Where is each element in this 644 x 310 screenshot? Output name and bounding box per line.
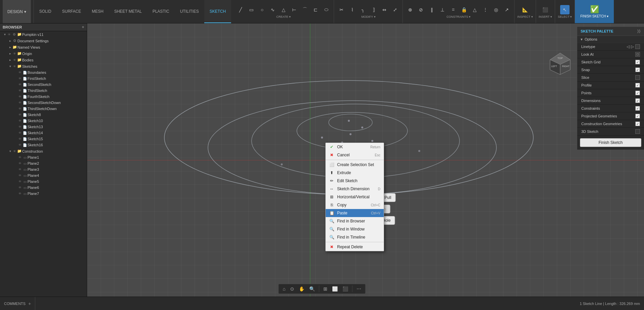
palette-checkbox-3[interactable]	[635, 67, 640, 72]
tree-item-construction[interactable]: ▾👁📁Construction	[0, 148, 87, 154]
offset-tool[interactable]: ⟧	[369, 5, 378, 14]
fillet-tool[interactable]: ╮	[358, 5, 368, 14]
tree-item-fourthsketch[interactable]: 👁📄FourthSketch	[0, 94, 87, 100]
tree-item-plane2[interactable]: 👁▭Plane2	[0, 160, 87, 166]
tree-eye-plane5[interactable]: 👁	[17, 180, 22, 183]
tree-eye-plane1[interactable]: 👁	[17, 156, 22, 159]
tree-item-firstsketch[interactable]: 👁📄FirstSketch	[0, 75, 87, 82]
tree-item-sketch15[interactable]: 👁📄Sketch15	[0, 136, 87, 142]
tree-item-sketch10[interactable]: 👁📄Sketch10	[0, 118, 87, 124]
midpoint-tool[interactable]: ⋮	[481, 5, 490, 14]
tree-item-sketch14[interactable]: 👁📄Sketch14	[0, 130, 87, 136]
ctx-find-window[interactable]: 🔍 Find in Window	[326, 225, 384, 233]
tab-sheet-metal[interactable]: SHEET METAL	[109, 0, 147, 23]
design-menu[interactable]: DESIGN ▾	[0, 0, 34, 23]
palette-checkbox-6[interactable]	[635, 91, 640, 95]
linetype-right[interactable]: ▷	[631, 44, 634, 49]
palette-checkbox-10[interactable]	[635, 121, 640, 126]
tree-eye-construction[interactable]: 👁	[12, 150, 17, 153]
tree-eye-plane4[interactable]: 👁	[17, 174, 22, 177]
tangent-tool[interactable]: △	[470, 5, 479, 14]
design-button[interactable]: DESIGN ▾	[3, 0, 31, 23]
tree-item-root[interactable]: ▾👁⚙📁Pumpkin v11	[0, 31, 87, 38]
slot-tool[interactable]: ⊏	[311, 5, 320, 14]
tree-eye-root[interactable]: 👁	[7, 33, 11, 36]
ctx-horiz-vert[interactable]: ⊞ Horizontal/Vertical	[326, 193, 384, 201]
tree-gear-root[interactable]: ⚙	[11, 33, 17, 36]
palette-options-header[interactable]: ▼ Options	[577, 36, 644, 43]
tree-eye-origin[interactable]: 👁	[12, 52, 17, 55]
tab-plastic[interactable]: PLASTIC	[147, 0, 175, 23]
tab-sketch[interactable]: SKETCH	[204, 0, 231, 23]
palette-checkbox-5[interactable]	[635, 83, 640, 88]
dots-icon[interactable]: ⋯	[355, 286, 363, 292]
insert-tool[interactable]: ⬛	[541, 5, 550, 14]
line-tool[interactable]: ╱	[236, 5, 245, 14]
parallel-tool[interactable]: ∥	[427, 5, 436, 14]
tree-item-origin[interactable]: ▸👁📁Origin	[0, 50, 87, 57]
tree-eye-sketches[interactable]: 👁	[12, 65, 17, 68]
tree-eye-sketch14[interactable]: 👁	[17, 131, 22, 135]
tree-item-sketch16[interactable]: 👁📄Sketch16	[0, 142, 87, 148]
comments-section[interactable]: COMMENTS +	[0, 297, 35, 310]
coincident-tool[interactable]: ↗	[502, 5, 512, 14]
tree-item-doc_settings[interactable]: ▸⚙Document Settings	[0, 38, 87, 44]
tree-eye-thirdsketch[interactable]: 👁	[17, 89, 22, 92]
tree-item-sketches[interactable]: ▾👁📁Sketches	[0, 63, 87, 69]
tab-solid[interactable]: SOLID	[34, 0, 57, 23]
modify-label[interactable]: MODIFY ▾	[361, 15, 375, 18]
trim-tool[interactable]: ✂	[337, 5, 346, 14]
create-label[interactable]: CREATE ▾	[276, 15, 291, 18]
tree-item-thirdsketchdown[interactable]: 👁📄ThirdSketchDown	[0, 106, 87, 112]
home-icon[interactable]: ⌂	[281, 286, 287, 292]
orbit-icon[interactable]: ⊙	[289, 286, 296, 292]
ctx-ok[interactable]: ✔ OK Return	[326, 143, 384, 151]
arc-tool[interactable]: ⌒	[300, 5, 310, 14]
tree-item-sketch13[interactable]: 👁📄Sketch13	[0, 124, 87, 130]
palette-checkbox-11[interactable]	[635, 129, 640, 134]
tree-item-plane7[interactable]: 👁▭Plane7	[0, 191, 87, 197]
tree-item-plane5[interactable]: 👁▭Plane5	[0, 178, 87, 185]
lock-tool[interactable]: 🔒	[459, 5, 469, 14]
ctx-extrude[interactable]: ⬆ Extrude	[326, 169, 384, 177]
ellipse-tool[interactable]: ⬭	[322, 5, 331, 14]
tree-item-plane3[interactable]: 👁▭Plane3	[0, 166, 87, 172]
tree-item-sketch8[interactable]: 👁📄Sketch8	[0, 112, 87, 118]
ctx-sketch-dim[interactable]: ↔ Sketch Dimension D	[326, 185, 384, 193]
collinear-tool[interactable]: ⊘	[416, 5, 426, 14]
tree-eye-plane3[interactable]: 👁	[17, 168, 22, 171]
tree-item-secondsketchdown[interactable]: 👁📄SecondSketchDown	[0, 100, 87, 106]
tree-eye-sketch13[interactable]: 👁	[17, 125, 22, 128]
tree-eye-bodies[interactable]: 👁	[12, 58, 17, 62]
equal-tool[interactable]: =	[448, 5, 458, 14]
linetype-check[interactable]	[635, 44, 640, 49]
display-icon[interactable]: ⬛	[341, 286, 350, 292]
ctx-find-timeline[interactable]: 🔍 Find in Timeline	[326, 233, 384, 241]
tree-eye-firstsketch[interactable]: 👁	[17, 77, 22, 80]
tree-eye-fourthsketch[interactable]: 👁	[17, 95, 22, 98]
tree-eye-plane7[interactable]: 👁	[17, 192, 22, 195]
browser-expand-btn[interactable]: +	[82, 25, 84, 30]
tree-eye-plane6[interactable]: 👁	[17, 186, 22, 189]
linetype-left[interactable]: ◁	[627, 44, 630, 49]
tab-utilities[interactable]: UTILITIES	[175, 0, 204, 23]
palette-collapse-btn[interactable]: ⟩⟩	[637, 29, 641, 34]
palette-checkbox-2[interactable]	[635, 60, 640, 64]
constraints-label[interactable]: CONSTRAINTS ▾	[446, 15, 471, 18]
ctx-paste[interactable]: 📋 Paste Ctrl+V	[326, 209, 384, 217]
tree-item-plane6[interactable]: 👁▭Plane6	[0, 185, 87, 191]
comments-add-icon[interactable]: +	[28, 301, 31, 306]
concentric-tool[interactable]: ◎	[491, 5, 501, 14]
zoom-icon[interactable]: 🔍	[308, 286, 316, 292]
view-cube[interactable]: TOP RIGHT LEFT	[547, 50, 574, 77]
tree-eye-sketch8[interactable]: 👁	[17, 113, 22, 116]
tree-eye-sketch15[interactable]: 👁	[17, 137, 22, 141]
palette-checkbox-9[interactable]	[635, 114, 640, 118]
tree-item-plane4[interactable]: 👁▭Plane4	[0, 172, 87, 178]
view-icon[interactable]: ⬜	[331, 286, 339, 292]
ctx-edit-sketch[interactable]: ✏ Edit Sketch	[326, 177, 384, 185]
tree-item-boundaries[interactable]: 👁📄Boundaries	[0, 69, 87, 75]
tree-eye-sketch10[interactable]: 👁	[17, 119, 22, 122]
rect-tool[interactable]: ▭	[247, 5, 256, 14]
tree-eye-secondsketchdown[interactable]: 👁	[17, 101, 22, 104]
